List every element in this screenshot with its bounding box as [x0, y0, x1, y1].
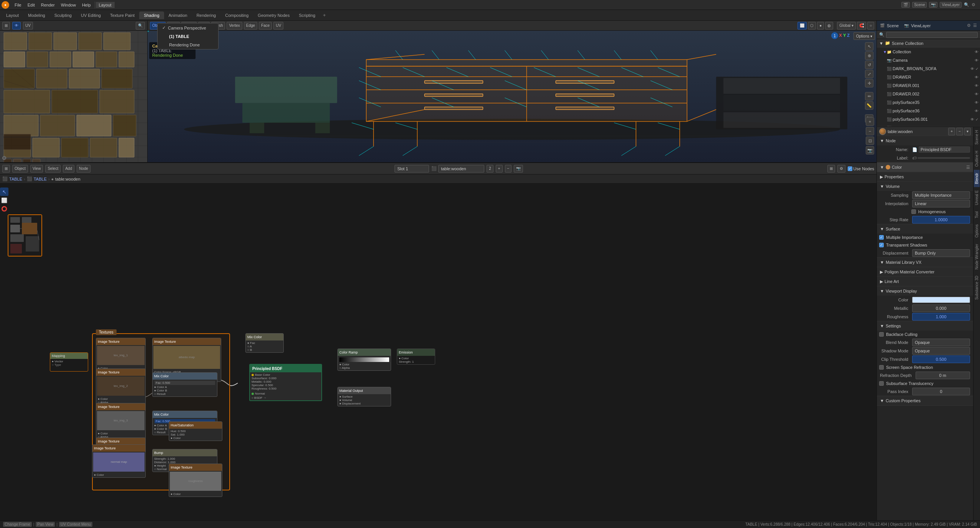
- ne-node-btn[interactable]: Node: [77, 165, 90, 173]
- outliner-item-polysurface35[interactable]: ⬛ polySurface35 👁: [877, 98, 980, 107]
- right-tab-properties[interactable]: Blendr: [974, 170, 980, 187]
- blender-logo[interactable]: ●: [2, 1, 9, 9]
- material-remove-btn[interactable]: −: [956, 128, 963, 135]
- tab-sculpting[interactable]: Sculpting: [50, 12, 76, 19]
- uv-select-mode[interactable]: UV: [23, 22, 33, 30]
- transparent-shadows-checkbox[interactable]: [879, 243, 884, 247]
- popup-rendering-done[interactable]: Rendering Done: [158, 41, 218, 49]
- tab-scripting[interactable]: Scripting: [294, 12, 320, 19]
- blend-mode-dropdown[interactable]: Opaque: [912, 339, 970, 346]
- right-tab-unreal[interactable]: Unreal E: [974, 187, 980, 208]
- wireframe-mode-btn[interactable]: ⬡: [808, 22, 816, 30]
- scene-header-label[interactable]: Scene: [887, 23, 899, 28]
- ne-add-btn[interactable]: Add: [63, 165, 74, 173]
- zoom-in-btn[interactable]: +: [866, 117, 874, 126]
- outliner-item-collection[interactable]: ▼📁 Collection 👁: [877, 48, 980, 56]
- drawer-visibility[interactable]: 👁: [975, 75, 978, 79]
- right-tab-options[interactable]: Options: [974, 221, 980, 240]
- ne-snap-btn[interactable]: ⊞: [827, 165, 835, 173]
- ne-material-count[interactable]: 2: [487, 165, 493, 173]
- sampling-dropdown[interactable]: Multiple Importance: [912, 191, 970, 199]
- add-workspace-button[interactable]: +: [320, 11, 329, 20]
- search-icon-top[interactable]: 🔍: [964, 2, 969, 7]
- normal-map-node[interactable]: Image Texture normal map ● Color: [92, 444, 146, 478]
- tab-shading[interactable]: Shading: [139, 12, 164, 19]
- tab-texture-paint[interactable]: Texture Paint: [105, 12, 139, 19]
- outliner-item-drawer[interactable]: ⬛ DRAWER 👁: [877, 73, 980, 81]
- material-mode-btn[interactable]: ◍: [825, 22, 833, 30]
- ne-mode-btn[interactable]: ⊞: [2, 165, 10, 173]
- right-tab-outliner[interactable]: Outline H: [974, 148, 980, 170]
- tab-uv-editing[interactable]: UV Editing: [76, 12, 105, 19]
- viewport-display-header[interactable]: ▼ Viewport Display: [877, 286, 973, 296]
- displacement-dropdown[interactable]: Bump Only: [912, 249, 970, 257]
- poly36-visibility[interactable]: 👁: [975, 109, 978, 113]
- viewport-face-menu[interactable]: Face: [259, 22, 272, 30]
- ne-settings-btn[interactable]: ⚙: [837, 165, 845, 173]
- vp-color-swatch[interactable]: [912, 297, 970, 303]
- solid-mode-btn[interactable]: ⬜: [797, 22, 807, 30]
- sst-checkbox[interactable]: [879, 381, 884, 386]
- uv-view-btn[interactable]: 👁: [12, 22, 21, 30]
- mix-node-1[interactable]: Mix Color Fac: 0.500 ● Color A ● Color B…: [152, 372, 217, 397]
- menu-window[interactable]: Window: [58, 2, 79, 8]
- popup-camera-perspective[interactable]: ✓ Camera Perspective: [158, 23, 218, 32]
- pan-view-btn[interactable]: Pan View: [36, 522, 55, 527]
- material-output-node[interactable]: Material Output ● Surface ● Volume ● Dis…: [337, 387, 391, 406]
- custom-properties-header[interactable]: ▼ Custom Properties: [877, 396, 973, 405]
- tab-compositing[interactable]: Compositing: [220, 12, 253, 19]
- zoom-out-btn[interactable]: −: [866, 127, 874, 135]
- node-name-value[interactable]: Principled BSDF: [919, 146, 970, 153]
- backface-culling-checkbox[interactable]: [879, 332, 884, 337]
- texture-node-2[interactable]: Image Texture tex_img_2 ● Color ○ Alpha: [96, 368, 146, 405]
- tab-modeling[interactable]: Modeling: [23, 12, 50, 19]
- viewport-vertex-menu[interactable]: Vertex: [227, 22, 242, 30]
- color-menu-icon[interactable]: ☰: [966, 165, 970, 170]
- rendered-mode-btn[interactable]: ●: [817, 22, 824, 30]
- collection-visibility[interactable]: 👁: [975, 50, 978, 54]
- bc-table-1[interactable]: TABLE: [9, 177, 22, 181]
- filter-icon[interactable]: ⚙: [972, 2, 975, 7]
- bc-wooden[interactable]: table:wooden: [55, 177, 80, 181]
- texture-node-3[interactable]: Image Texture tex_img_3 ● Color ○ Alpha: [96, 403, 146, 440]
- emission-node[interactable]: Emission ● Color Strength: 1: [397, 349, 435, 365]
- interpolation-dropdown[interactable]: Linear: [912, 200, 970, 207]
- ne-material-dropdown[interactable]: table:wooden: [438, 165, 484, 173]
- material-settings-header[interactable]: ▼ Settings: [877, 321, 973, 331]
- menu-layout-active[interactable]: Layout: [96, 2, 115, 8]
- shadow-mode-dropdown[interactable]: Opaque: [912, 347, 970, 355]
- refraction-depth-input[interactable]: 0 m: [916, 372, 970, 379]
- outliner-item-polysurface36001[interactable]: ⬛ polySurface36.001 👁 ✓: [877, 115, 980, 123]
- step-rate-input[interactable]: 1.0000: [912, 216, 970, 224]
- color-section-header[interactable]: ▼ Color ☰: [877, 163, 973, 172]
- scale-tool[interactable]: ⤢: [865, 70, 873, 78]
- node-section-header[interactable]: ▼ Node: [877, 136, 973, 145]
- ne-select-btn[interactable]: Select: [45, 165, 61, 173]
- outliner-item-polysurface36002[interactable]: ⬛ polySurface36.002 👁: [877, 123, 980, 127]
- viewport-uv-menu[interactable]: UV: [273, 22, 283, 30]
- ne-slot-dropdown[interactable]: Slot 1: [395, 165, 429, 173]
- surface-section-header[interactable]: ▼ Surface: [877, 224, 973, 234]
- ssr-checkbox[interactable]: [879, 365, 884, 370]
- viewport-options-btn[interactable]: Options ▾: [853, 32, 875, 40]
- menu-file[interactable]: File: [12, 2, 25, 8]
- viewlayer-name[interactable]: ViewLayer: [940, 2, 962, 8]
- ne-material-minus[interactable]: −: [505, 165, 512, 173]
- node-label-value[interactable]: [918, 157, 970, 159]
- snap-btn[interactable]: 🧲: [857, 22, 866, 30]
- ne-object-btn[interactable]: Object: [12, 165, 28, 173]
- ne-lasso-tool[interactable]: ⭕: [0, 204, 8, 213]
- properties-collapsed-header[interactable]: ▶ Properties: [877, 172, 973, 181]
- right-tab-scene[interactable]: Scene H: [974, 127, 980, 148]
- drawer002-visibility[interactable]: 👁: [975, 92, 978, 96]
- vp-roughness-input[interactable]: 1.000: [912, 313, 970, 321]
- node-canvas[interactable]: Mapping ● Vector ○ Type Textures Image T…: [0, 184, 876, 520]
- menu-render[interactable]: Render: [38, 2, 58, 8]
- menu-help[interactable]: Help: [79, 2, 94, 8]
- measure-tool[interactable]: 📏: [865, 101, 873, 110]
- color-ramp-node[interactable]: Color Ramp ● Color ○ Alpha: [337, 349, 391, 371]
- ne-view-btn[interactable]: View: [30, 165, 43, 173]
- outliner-filter-icon[interactable]: ⚙: [967, 23, 971, 28]
- homogeneous-checkbox[interactable]: [911, 209, 916, 214]
- outliner-options-icon[interactable]: ☰: [973, 23, 977, 28]
